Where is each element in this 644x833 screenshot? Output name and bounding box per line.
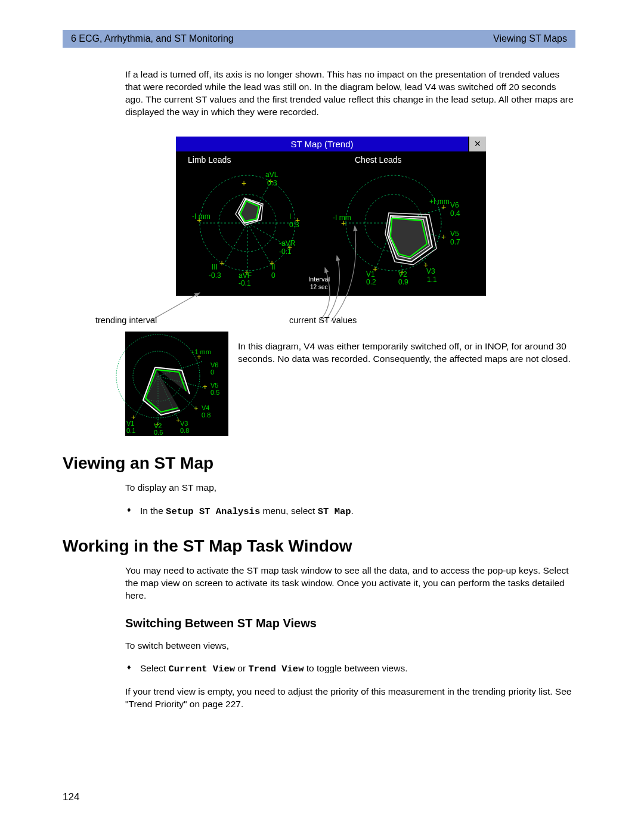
svg-text:-0.3: -0.3 — [209, 271, 221, 280]
svg-text:V1: V1 — [366, 270, 375, 278]
intro-paragraph: If a lead is turned off, its axis is no … — [63, 69, 575, 119]
svg-text:+: + — [441, 232, 446, 241]
limb-polar-map: + + + + + + + + aVL 0.3 -I mm I — [179, 163, 316, 289]
svg-text:V1: V1 — [126, 420, 134, 427]
svg-text:V6: V6 — [450, 201, 459, 209]
menu-st-map: ST Map — [318, 506, 351, 517]
header-chapter: 6 ECG, Arrhythmia, and ST Monitoring — [71, 33, 234, 44]
svg-text:0.6: 0.6 — [154, 429, 163, 436]
svg-text:0.3: 0.3 — [289, 221, 299, 229]
svg-text:V3: V3 — [426, 267, 435, 275]
svg-line-8 — [224, 223, 247, 265]
svg-text:+: + — [203, 382, 208, 391]
heading-viewing-stmap: Viewing an ST Map — [63, 454, 575, 473]
svg-text:1.1: 1.1 — [427, 275, 437, 284]
header-section: Viewing ST Maps — [493, 33, 567, 44]
viewing-p1: To display an ST map, — [63, 482, 575, 494]
callout-current-values: current ST values — [289, 315, 357, 325]
svg-line-6 — [247, 223, 271, 265]
svg-text:-I mm: -I mm — [192, 212, 210, 221]
interval-value: 12 sec — [310, 284, 327, 290]
page-header: 6 ECG, Arrhythmia, and ST Monitoring Vie… — [63, 30, 575, 48]
viewing-bullet: In the Setup ST Analysis menu, select ST… — [63, 504, 575, 519]
svg-text:V3: V3 — [180, 420, 188, 427]
option-current-view: Current View — [168, 664, 235, 674]
switch-p1: To switch between views, — [63, 640, 575, 652]
heading-switching-views: Switching Between ST Map Views — [63, 617, 575, 630]
svg-text:0: 0 — [271, 271, 275, 280]
svg-text:0.1: 0.1 — [126, 427, 135, 434]
svg-text:V5: V5 — [210, 382, 218, 389]
interval-label: Interval — [308, 275, 330, 283]
svg-text:-0.1: -0.1 — [279, 247, 292, 256]
menu-setup-st-analysis: Setup ST Analysis — [166, 506, 260, 517]
page-number: 124 — [63, 791, 79, 803]
svg-text:+: + — [194, 404, 199, 413]
svg-text:0.4: 0.4 — [450, 209, 460, 218]
working-p1: You may need to activate the ST map task… — [63, 565, 575, 602]
close-icon[interactable]: ✕ — [468, 137, 486, 151]
svg-text:+1 mm: +1 mm — [191, 348, 211, 355]
svg-text:0.7: 0.7 — [450, 238, 460, 246]
chest-polar-map: + + + + + + +I mm V6 0.4 V5 0.7 V3 — [328, 163, 477, 289]
svg-text:0.3: 0.3 — [267, 179, 277, 187]
svg-text:V2: V2 — [398, 270, 407, 278]
svg-text:+I mm: +I mm — [429, 197, 450, 206]
svg-text:II: II — [271, 263, 275, 271]
svg-text:I: I — [289, 212, 291, 221]
svg-text:-I mm: -I mm — [333, 213, 351, 222]
svg-text:+: + — [242, 178, 246, 188]
option-trend-view: Trend View — [248, 664, 304, 674]
svg-text:0.8: 0.8 — [202, 411, 210, 419]
svg-text:-0.1: -0.1 — [239, 279, 251, 287]
callout-trending-interval: trending interval — [95, 315, 157, 325]
svg-text:0.5: 0.5 — [210, 389, 219, 396]
stmap-window: ST Map (Trend) ✕ Limb Leads Chest Leads — [176, 137, 486, 296]
svg-text:0.2: 0.2 — [366, 278, 376, 286]
svg-text:-aVR: -aVR — [279, 239, 296, 247]
mini-stmap: ++ ++ ++ +1 mm V6 0 V5 0.5 V4 0.8 V3 0.8… — [125, 332, 228, 436]
mini-paragraph: In this diagram, V4 was either temporari… — [238, 340, 575, 426]
svg-text:V4: V4 — [202, 404, 209, 411]
heading-working-stmap: Working in the ST Map Task Window — [63, 537, 575, 556]
svg-text:0.8: 0.8 — [180, 427, 189, 434]
switch-p2: If your trend view is empty, you need to… — [63, 686, 575, 711]
svg-text:aVL: aVL — [265, 171, 278, 179]
svg-text:0: 0 — [210, 368, 214, 376]
window-title: ST Map (Trend) — [176, 137, 468, 151]
svg-text:0.9: 0.9 — [398, 278, 408, 286]
svg-text:V6: V6 — [210, 361, 218, 368]
svg-text:III: III — [212, 263, 218, 271]
svg-text:V5: V5 — [450, 230, 459, 238]
switch-bullet: Select Current View or Trend View to tog… — [63, 661, 575, 676]
svg-text:+: + — [219, 258, 224, 268]
svg-text:aVF: aVF — [239, 271, 252, 280]
